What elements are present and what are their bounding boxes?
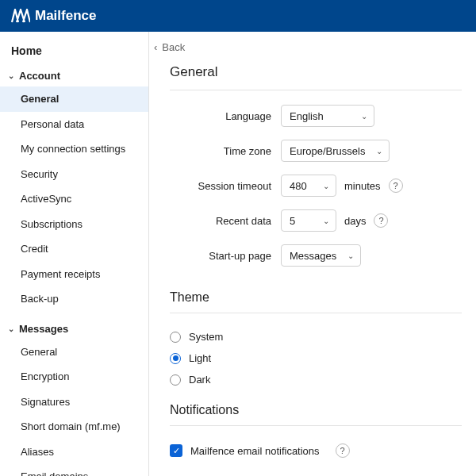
language-value: English — [290, 110, 324, 122]
language-label: Language — [149, 110, 281, 122]
startup-page-select[interactable]: Messages ⌄ — [281, 244, 361, 267]
sidebar-item-payment-receipts[interactable]: Payment receipts — [0, 262, 148, 287]
session-timeout-select[interactable]: 480 ⌄ — [281, 175, 336, 197]
recent-data-unit: days — [344, 215, 366, 227]
theme-option-label: System — [189, 331, 223, 343]
sidebar-item-connection-settings[interactable]: My connection settings — [0, 136, 148, 162]
email-notifications-label: Mailfence email notifications — [190, 445, 320, 457]
session-timeout-label: Session timeout — [149, 180, 281, 192]
sidebar-item-encryption[interactable]: Encryption — [0, 364, 148, 390]
theme-option-dark[interactable]: Dark — [149, 370, 462, 392]
chevron-down-icon: ⌄ — [376, 147, 382, 155]
checkbox-checked-icon: ✓ — [170, 444, 182, 457]
page-title: General — [149, 64, 462, 88]
timezone-select[interactable]: Europe/Brussels ⌄ — [281, 140, 390, 162]
timezone-label: Time zone — [149, 145, 281, 157]
sidebar-group-label: Messages — [19, 323, 68, 335]
delete-heading: Delete — [149, 464, 462, 476]
theme-option-light[interactable]: Light — [149, 349, 462, 370]
chevron-down-icon: ⌄ — [323, 217, 329, 225]
back-button[interactable]: ‹ Back — [149, 36, 462, 64]
top-bar: Mailfence — [0, 0, 476, 32]
sidebar-item-credit[interactable]: Credit — [0, 236, 148, 262]
sidebar-item-short-domain[interactable]: Short domain (mf.me) — [0, 414, 148, 440]
sidebar-item-messages-general[interactable]: General — [0, 340, 148, 365]
startup-page-value: Messages — [290, 250, 336, 262]
chevron-down-icon: ⌄ — [8, 324, 16, 333]
theme-heading: Theme — [149, 279, 462, 311]
sidebar-group-messages[interactable]: ⌄ Messages — [0, 318, 148, 340]
chevron-down-icon: ⌄ — [361, 112, 367, 121]
help-icon[interactable]: ? — [336, 443, 350, 458]
radio-icon — [170, 353, 181, 364]
back-label: Back — [162, 41, 185, 53]
chevron-down-icon: ⌄ — [323, 182, 329, 190]
sidebar-item-signatures[interactable]: Signatures — [0, 390, 148, 415]
radio-icon — [170, 332, 181, 343]
divider — [170, 313, 462, 313]
divider — [170, 425, 462, 426]
recent-data-value: 5 — [290, 215, 295, 227]
brand-logo: Mailfence — [11, 8, 96, 24]
recent-data-select[interactable]: 5 ⌄ — [281, 209, 336, 232]
timezone-value: Europe/Brussels — [290, 145, 365, 157]
sidebar-item-backup[interactable]: Back-up — [0, 286, 148, 312]
sidebar: Home ⌄ Account General Personal data My … — [0, 32, 149, 476]
help-icon[interactable]: ? — [374, 213, 388, 228]
startup-page-label: Start-up page — [149, 250, 281, 262]
chevron-left-icon: ‹ — [154, 41, 157, 53]
chevron-down-icon: ⌄ — [347, 251, 354, 260]
sidebar-item-security[interactable]: Security — [0, 162, 148, 187]
main-panel: ‹ Back General Language English ⌄ Time z… — [149, 32, 476, 476]
divider — [170, 90, 462, 90]
theme-option-label: Light — [189, 352, 211, 364]
brand-name: Mailfence — [35, 8, 96, 24]
language-select[interactable]: English ⌄ — [281, 105, 374, 127]
theme-option-system[interactable]: System — [149, 328, 462, 349]
sidebar-group-label: Account — [19, 70, 60, 82]
sidebar-item-aliases[interactable]: Aliases — [0, 440, 148, 465]
chevron-down-icon: ⌄ — [8, 71, 16, 80]
logo-icon — [11, 9, 30, 23]
session-timeout-value: 480 — [290, 180, 307, 192]
sidebar-item-email-domains[interactable]: Email domains — [0, 464, 148, 476]
sidebar-item-personal-data[interactable]: Personal data — [0, 112, 148, 137]
sidebar-item-general[interactable]: General — [0, 86, 148, 112]
help-icon[interactable]: ? — [389, 178, 403, 193]
radio-icon — [170, 374, 181, 386]
theme-option-label: Dark — [189, 374, 210, 386]
sidebar-item-activesync[interactable]: ActiveSync — [0, 186, 148, 212]
recent-data-label: Recent data — [149, 215, 281, 227]
sidebar-item-subscriptions[interactable]: Subscriptions — [0, 212, 148, 237]
sidebar-group-account[interactable]: ⌄ Account — [0, 65, 148, 86]
sidebar-home[interactable]: Home — [0, 38, 148, 65]
email-notifications-row[interactable]: ✓ Mailfence email notifications ? — [149, 440, 462, 464]
notifications-heading: Notifications — [149, 392, 462, 424]
session-timeout-unit: minutes — [344, 180, 381, 192]
